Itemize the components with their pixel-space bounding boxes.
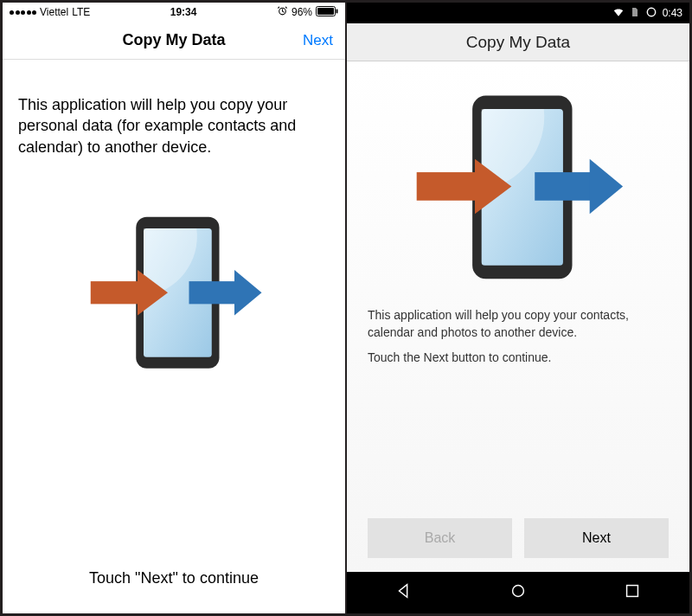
- description-text: This application will help you copy your…: [18, 94, 330, 157]
- circle-icon: [645, 6, 657, 21]
- alarm-icon: [277, 5, 288, 19]
- description-text-1: This application will help you copy your…: [368, 307, 669, 341]
- svg-rect-18: [627, 586, 638, 597]
- android-appbar: Copy My Data: [347, 23, 689, 61]
- description-text-2: Touch the Next button to continue.: [368, 350, 669, 367]
- back-button: Back: [368, 518, 512, 558]
- wifi-icon: [612, 6, 625, 21]
- svg-point-10: [647, 8, 655, 16]
- battery-pct: 96%: [292, 6, 312, 18]
- svg-rect-15: [535, 172, 591, 201]
- status-time: 19:34: [170, 6, 197, 18]
- carrier-label: Viettel: [40, 6, 68, 18]
- transfer-illustration: [410, 87, 626, 286]
- svg-rect-13: [417, 172, 475, 201]
- nav-recents-icon[interactable]: [623, 581, 642, 604]
- page-title: Copy My Data: [466, 33, 570, 52]
- android-status-bar: 0:43: [347, 3, 689, 23]
- nav-back-icon[interactable]: [394, 581, 413, 604]
- svg-rect-3: [336, 9, 338, 13]
- next-link[interactable]: Next: [303, 32, 333, 49]
- next-button[interactable]: Next: [524, 518, 669, 558]
- status-time: 0:43: [663, 7, 682, 19]
- footer-hint: Touch "Next" to continue: [3, 569, 345, 613]
- nav-home-icon[interactable]: [509, 581, 528, 604]
- svg-rect-8: [189, 281, 236, 304]
- android-screen: 0:43 Copy My Data: [347, 3, 689, 613]
- svg-rect-2: [317, 8, 334, 15]
- svg-point-17: [513, 586, 524, 597]
- svg-marker-9: [234, 270, 262, 316]
- page-title: Copy My Data: [122, 31, 225, 49]
- ios-screen: Viettel LTE 19:34 96% Copy My Data Next …: [3, 3, 345, 613]
- sim-off-icon: [630, 6, 640, 21]
- network-label: LTE: [72, 6, 90, 18]
- ios-status-bar: Viettel LTE 19:34 96%: [3, 3, 345, 22]
- ios-navbar: Copy My Data Next: [3, 22, 345, 60]
- signal-dots-icon: [10, 10, 36, 15]
- transfer-illustration: [83, 209, 265, 382]
- svg-marker-16: [590, 159, 623, 214]
- android-navbar: [347, 572, 689, 613]
- svg-rect-6: [91, 281, 138, 304]
- battery-icon: [316, 6, 338, 19]
